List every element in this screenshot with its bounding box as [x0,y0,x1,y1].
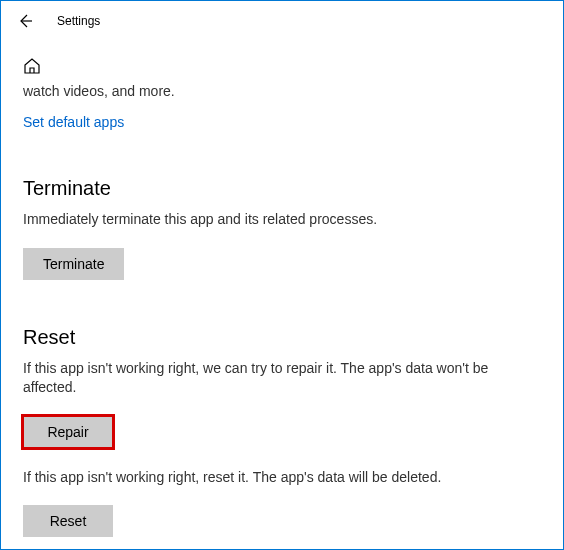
terminate-section: Terminate Immediately terminate this app… [23,177,541,280]
back-arrow-icon[interactable] [17,13,33,29]
truncated-description: watch videos, and more. [23,83,541,99]
home-icon[interactable] [1,37,563,83]
reset-title: Reset [23,326,541,349]
terminate-description: Immediately terminate this app and its r… [23,210,541,230]
window-header: Settings [1,1,563,37]
set-default-apps-link[interactable]: Set default apps [23,114,124,130]
reset-section: Reset If this app isn't working right, w… [23,326,541,538]
repair-description: If this app isn't working right, we can … [23,359,541,398]
terminate-button[interactable]: Terminate [23,248,124,280]
header-title: Settings [57,14,100,28]
reset-description: If this app isn't working right, reset i… [23,468,541,488]
content-area: watch videos, and more. Set default apps… [1,83,563,537]
terminate-title: Terminate [23,177,541,200]
repair-button[interactable]: Repair [23,416,113,448]
reset-button[interactable]: Reset [23,505,113,537]
